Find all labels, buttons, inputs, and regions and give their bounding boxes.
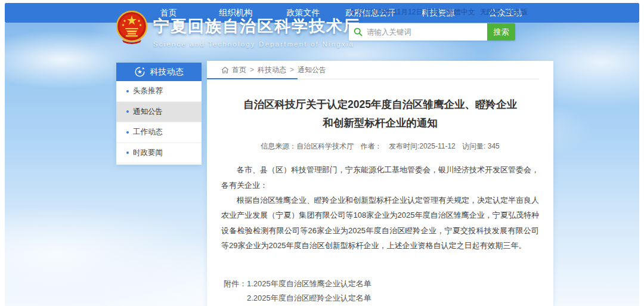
breadcrumb: 首页 > 科技动态 > 通知公告 <box>221 61 539 79</box>
meta-publish-time: 发布时间:2025-11-12 <box>389 142 456 150</box>
breadcrumb-active-underline <box>207 78 298 79</box>
breadcrumb-separator: > <box>290 66 294 74</box>
sidebar-item-notices[interactable]: 通知公告 <box>116 102 202 123</box>
header-right: 今天是2025年11月12日 星期三 繁體中文 无障碍 长者版 搜索 <box>349 7 515 41</box>
sidebar-item-label: 工作动态 <box>133 127 163 137</box>
sidebar-item-work-news[interactable]: 工作动态 <box>116 122 202 143</box>
sidebar-item-label: 头条推荐 <box>133 86 163 96</box>
article-title-line1: 自治区科技厅关于认定2025年度自治区雏鹰企业、瞪羚企业 <box>221 95 539 114</box>
attachment-link-1[interactable]: 1.2025年度自治区雏鹰企业认定名单 <box>247 277 395 290</box>
meta-author: 作者： <box>361 142 382 150</box>
search-input[interactable] <box>367 28 487 36</box>
bullet-dot-icon <box>126 131 129 134</box>
sidebar-header: 科技动态 <box>116 63 202 81</box>
attachments-label: 附件： <box>224 277 247 306</box>
link-accessibility[interactable]: 无障碍 <box>480 7 501 17</box>
bullet-dot-icon <box>126 152 129 154</box>
bullet-dot-icon <box>126 110 129 113</box>
site-logo-block[interactable]: 宁夏回族自治区科学技术厅 Science and Technology Depa… <box>116 11 361 48</box>
article-title: 自治区科技厅关于认定2025年度自治区雏鹰企业、瞪羚企业 和创新型标杆企业的通知 <box>221 95 539 132</box>
home-icon <box>221 66 229 74</box>
meta-source: 信息来源：自治区科学技术厅 <box>261 142 354 150</box>
search-bar: 搜索 <box>349 23 515 41</box>
quick-links: 繁體中文 无障碍 长者版 <box>447 7 528 17</box>
search-icon <box>354 27 363 36</box>
article-meta: 信息来源：自治区科学技术厅 作者： 发布时间:2025-11-12 访问量: 3… <box>221 141 539 152</box>
search-button[interactable]: 搜索 <box>487 23 515 41</box>
article-panel: 首页 > 科技动态 > 通知公告 自治区科技厅关于认定2025年度自治区雏鹰企业… <box>207 61 553 306</box>
article-body: 各市、县（区）科技管理部门，宁东能源化工基地管委会，银川经济技术开发区管委会，各… <box>221 162 539 253</box>
attachment-link-2[interactable]: 2.2025年度自治区瞪羚企业认定名单 <box>247 291 395 305</box>
sidebar: 科技动态 头条推荐 通知公告 工作动态 时政要闻 <box>116 63 202 165</box>
article-title-line2: 和创新型标杆企业的通知 <box>221 114 539 132</box>
sidebar-title: 科技动态 <box>150 67 184 78</box>
breadcrumb-home[interactable]: 首页 <box>232 65 246 75</box>
site-title: 宁夏回族自治区科学技术厅 <box>153 16 361 37</box>
current-date-text: 今天是2025年11月12日 星期三 <box>349 7 447 17</box>
sci-tech-news-icon <box>135 67 145 77</box>
bullet-dot-icon <box>126 90 129 92</box>
page: 首页 组织机构 政策文件 政府信息公开 科技资源 公众互动 宁夏回族自治区科学技… <box>0 0 644 306</box>
sidebar-item-headlines[interactable]: 头条推荐 <box>116 81 202 102</box>
article-paragraph: 根据自治区雏鹰企业、瞪羚企业和创新型标杆企业认定管理有关规定，决定认定半亩良人农… <box>221 193 539 253</box>
national-emblem-icon <box>116 11 147 44</box>
link-traditional-chinese[interactable]: 繁體中文 <box>447 7 475 17</box>
sidebar-item-current-politics[interactable]: 时政要闻 <box>116 143 202 164</box>
article-paragraph: 各市、县（区）科技管理部门，宁东能源化工基地管委会，银川经济技术开发区管委会，各… <box>221 162 539 193</box>
breadcrumb-separator: > <box>250 66 254 74</box>
site-subtitle: Science and Technology Department of Nin… <box>153 41 361 48</box>
breadcrumb-notices[interactable]: 通知公告 <box>298 65 326 75</box>
link-elder-version[interactable]: 长者版 <box>506 7 528 17</box>
breadcrumb-sci-tech-news[interactable]: 科技动态 <box>258 65 286 75</box>
sidebar-item-label: 时政要闻 <box>133 148 163 158</box>
attachments-block: 附件： 1.2025年度自治区雏鹰企业认定名单 2.2025年度自治区瞪羚企业认… <box>224 277 539 306</box>
meta-visit-count: 访问量: 345 <box>462 142 500 150</box>
sidebar-item-label: 通知公告 <box>133 107 163 117</box>
